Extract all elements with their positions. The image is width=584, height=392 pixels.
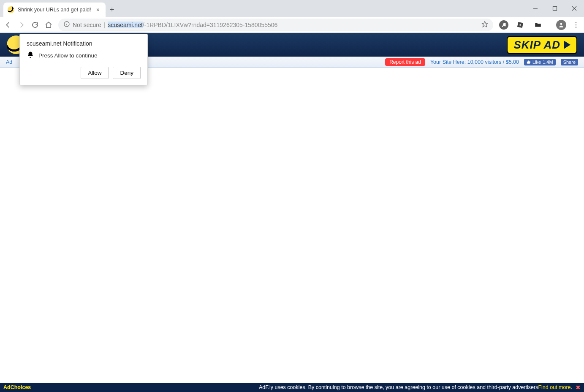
fb-like-count: 1.4M [543,60,553,65]
extension-music-icon[interactable] [499,20,508,30]
svg-rect-1 [553,7,557,11]
info-icon[interactable] [63,21,70,29]
back-button[interactable] [4,21,12,29]
new-tab-button[interactable]: + [106,3,119,17]
security-label: Not secure [73,22,101,28]
close-tab-icon[interactable]: × [95,5,101,14]
url-text: scuseami.net/-1RPBD/1LIXVw?rndad=3119262… [108,22,277,28]
skip-ad-label: SKIP AD [513,38,560,52]
bell-icon [27,51,34,60]
find-out-more-link[interactable]: Find out more [538,384,570,390]
report-ad-button[interactable]: Report this ad [385,58,425,66]
deny-button[interactable]: Deny [113,67,141,79]
notification-body-text: Press Allow to continue [38,52,98,59]
extension-roblox-icon[interactable] [514,19,526,31]
bookmark-star-icon[interactable] [481,21,488,29]
separator: | [104,22,106,28]
notification-title: scuseami.net Notification [27,40,141,47]
adchoices-link[interactable]: AdChoices [3,384,31,390]
close-cookie-icon[interactable]: ✖ [576,384,581,391]
svg-point-9 [505,25,506,26]
notification-prompt: scuseami.net Notification Press Allow to… [19,34,148,85]
svg-rect-11 [519,24,521,26]
tab-title: Shrink your URLs and get paid! [18,7,91,13]
facebook-like-button[interactable]: Like 1.4M [524,59,556,65]
home-button[interactable] [45,21,52,29]
menu-button[interactable] [572,21,580,29]
profile-avatar-icon[interactable] [556,20,566,30]
tab-favicon-icon [8,6,14,13]
svg-point-13 [576,22,576,23]
close-window-button[interactable] [565,2,584,15]
svg-marker-7 [482,21,487,27]
facebook-share-button[interactable]: Share [561,59,578,65]
browser-tab[interactable]: Shrink your URLs and get paid! × [3,3,106,17]
url-path: /-1RPBD/1LIXVw?rndad=3119262305-15800555… [143,22,278,28]
fb-like-label: Like [532,60,541,65]
address-bar[interactable]: Not secure | scuseami.net/-1RPBD/1LIXVw?… [58,19,493,31]
url-host: scuseami.net [108,22,142,28]
svg-point-14 [576,24,576,25]
svg-point-12 [560,23,562,25]
window-controls [526,0,584,17]
browser-toolbar: Not secure | scuseami.net/-1RPBD/1LIXVw?… [0,17,584,33]
browser-tab-strip: Shrink your URLs and get paid! × + [0,0,584,17]
cookie-period: . [571,384,572,390]
extension-folder-icon[interactable] [532,19,544,31]
advertise-link[interactable]: Ad [6,59,12,65]
reload-button[interactable] [31,21,39,29]
cookie-consent-bar: AdChoices AdF.ly uses cookies. By contin… [0,383,584,392]
maximize-button[interactable] [545,2,565,15]
cookie-text: AdF.ly uses cookies. By continuing to br… [259,384,538,390]
svg-point-8 [502,25,503,27]
minimize-button[interactable] [526,2,545,15]
separator [550,21,550,29]
your-site-here-link[interactable]: Your Site Here: 10,000 visitors / $5.00 [430,59,519,65]
play-triangle-icon [564,41,570,49]
skip-ad-button[interactable]: SKIP AD [507,36,577,54]
allow-button[interactable]: Allow [81,67,109,79]
forward-button[interactable] [18,21,25,29]
svg-point-15 [576,27,576,27]
